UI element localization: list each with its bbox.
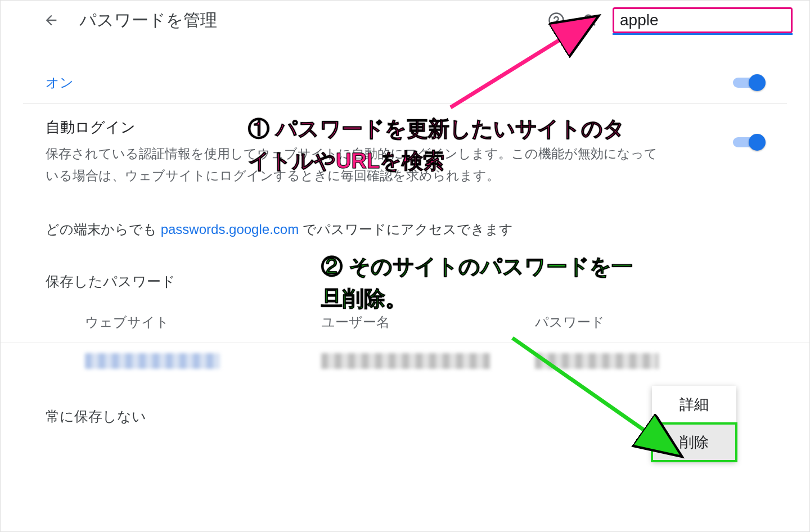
row-password-cell <box>535 353 764 369</box>
back-button[interactable] <box>40 9 62 31</box>
access-note: どの端末からでも passwords.google.com でパスワードにアクセ… <box>1 204 809 255</box>
page-title: パスワードを管理 <box>79 9 217 32</box>
column-password: パスワード <box>535 313 764 331</box>
help-button[interactable] <box>545 9 568 31</box>
redacted-password <box>535 353 659 369</box>
menu-item-delete[interactable]: 削除 <box>652 423 736 461</box>
search-focus-underline <box>613 33 793 35</box>
header-bar: パスワードを管理 <box>1 1 809 40</box>
search-button[interactable] <box>579 9 601 31</box>
redacted-website <box>85 353 220 369</box>
column-username: ユーザー名 <box>321 313 535 331</box>
offer-to-save-row: オン <box>1 40 809 103</box>
auto-login-toggle[interactable] <box>733 134 764 150</box>
annotation-step-1: ① パスワードを更新したいサイトのタイトルやURLを検索 <box>248 113 642 177</box>
redacted-username <box>321 353 490 369</box>
password-row[interactable] <box>1 342 809 379</box>
access-note-prefix: どの端末からでも <box>46 222 161 237</box>
offer-to-save-toggle[interactable] <box>733 75 764 91</box>
row-context-menu: 詳細 削除 <box>652 386 736 461</box>
row-website-cell <box>85 353 321 369</box>
arrow-left-icon <box>43 12 59 28</box>
passwords-google-link[interactable]: passwords.google.com <box>161 222 299 237</box>
access-note-suffix: でパスワードにアクセスできます <box>299 222 513 237</box>
on-label: オン <box>46 74 74 92</box>
column-website: ウェブサイト <box>85 313 321 331</box>
annotation-step-2: ② そのサイトのパスワードを一旦削除。 <box>321 251 636 315</box>
search-box <box>613 7 793 33</box>
row-username-cell <box>321 353 535 369</box>
password-manager-page: パスワードを管理 オン 自動ログイン 保存されている認証情報を使用してウェブサイ… <box>0 0 810 532</box>
search-input[interactable] <box>619 11 810 30</box>
menu-item-details[interactable]: 詳細 <box>652 386 736 423</box>
search-icon <box>582 12 598 28</box>
help-icon <box>548 12 565 29</box>
